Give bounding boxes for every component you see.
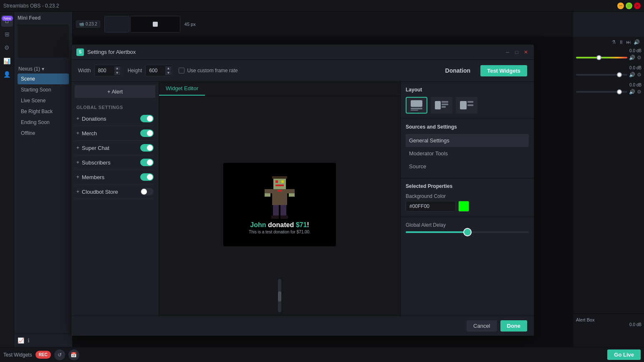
alertbox-settings-modal: S Settings for Alertbox ─ □ ✕ Width ▲ ▼ …	[71, 44, 534, 336]
modal-title-left: S Settings for Alertbox	[76, 48, 136, 56]
alert-item-donations[interactable]: + Donations	[75, 111, 155, 126]
volume-bar-2	[576, 74, 627, 76]
alert-item-super-chat[interactable]: + Super Chat	[75, 141, 155, 155]
sidebar-icon-chart[interactable]: 📊	[1, 55, 13, 67]
maximize-button[interactable]: □	[626, 3, 632, 9]
thumb-1	[104, 16, 129, 33]
scene-thumbnails	[104, 16, 180, 33]
scene-item-live-scene[interactable]: Live Scene	[18, 95, 69, 106]
add-alert-button[interactable]: + Alert	[75, 85, 155, 98]
audio-controls-1: 🔊 ⚙	[576, 55, 641, 61]
volume-icon[interactable]: 🔊	[634, 39, 640, 45]
tab-widget-editor[interactable]: Widget Editor	[159, 82, 205, 96]
source-item-source[interactable]: Source	[406, 160, 529, 173]
width-down-arrow[interactable]: ▼	[114, 71, 120, 75]
volume-thumb-2[interactable]	[617, 72, 622, 77]
members-toggle[interactable]	[140, 173, 154, 181]
modal-maximize-button[interactable]: □	[514, 49, 520, 55]
sources-title: Sources and Settings	[406, 124, 529, 130]
width-arrows: ▲ ▼	[114, 66, 120, 75]
pause-icon[interactable]: ⏸	[619, 39, 624, 45]
sidebar-icon-scenes[interactable]: ⊞	[1, 28, 13, 40]
alert-item-cloudbot-store[interactable]: + Cloudbot Store	[75, 185, 155, 199]
donation-exclaim: !	[307, 221, 309, 228]
custom-frame-checkbox[interactable]	[179, 68, 184, 73]
settings-icon-2[interactable]: ⚙	[637, 72, 641, 78]
scene-item-starting-soon[interactable]: Starting Soon	[18, 84, 69, 95]
volume-thumb-1[interactable]	[596, 55, 601, 60]
left-panel: + Alert Global Settings + Donations + Me…	[71, 82, 159, 316]
volume-thumb-3[interactable]	[617, 89, 622, 94]
cancel-button[interactable]: Cancel	[467, 320, 497, 332]
audio-db-3: 0.0 dB	[576, 83, 641, 87]
svg-rect-19	[442, 101, 448, 103]
scene-item-scene[interactable]: Scene	[18, 73, 69, 84]
svg-rect-1	[272, 176, 287, 179]
nexus-header[interactable]: Nexus (1) ▾	[18, 64, 69, 73]
scrollbar[interactable]	[278, 279, 281, 312]
layout-option-image-text-below[interactable]	[406, 97, 427, 114]
source-item-general-settings[interactable]: General Settings	[406, 134, 529, 147]
alert-box-db: 0.0 dB	[576, 322, 641, 327]
height-up-arrow[interactable]: ▲	[165, 66, 171, 71]
super-chat-toggle[interactable]	[140, 144, 154, 152]
px-label: 45 px	[184, 22, 196, 27]
go-live-button[interactable]: Go Live	[607, 349, 641, 360]
obs-label: 📹 0.23.2	[76, 20, 100, 28]
mute-icon-3[interactable]: 🔊	[629, 89, 635, 95]
cloudbot-toggle[interactable]	[140, 188, 154, 195]
delay-slider-thumb[interactable]	[463, 228, 472, 236]
width-up-arrow[interactable]: ▲	[114, 66, 120, 71]
settings-icon-1[interactable]: ⚙	[637, 55, 641, 61]
layout-icon-2	[434, 99, 449, 111]
settings-icon-3[interactable]: ⚙	[637, 89, 641, 95]
layout-option-text-side[interactable]	[431, 97, 452, 114]
scene-item-offline[interactable]: Offline	[18, 128, 69, 139]
filter-icon[interactable]: ⚗	[611, 39, 616, 45]
modal-close-button[interactable]: ✕	[523, 49, 529, 55]
alert-item-members[interactable]: + Members	[75, 170, 155, 185]
alert-item-subscribers[interactable]: + Subscribers	[75, 155, 155, 170]
svg-rect-6	[265, 189, 272, 193]
minimize-button[interactable]: ─	[617, 3, 624, 9]
mute-icon-1[interactable]: 🔊	[629, 55, 635, 61]
svg-rect-11	[280, 205, 286, 217]
mute-icon-2[interactable]: 🔊	[629, 72, 635, 78]
done-button[interactable]: Done	[500, 320, 528, 332]
test-widgets-bottom-label[interactable]: Test Widgets	[3, 352, 32, 358]
layout-icon-1	[409, 99, 424, 111]
subscribers-plus-icon: +	[76, 159, 79, 165]
calendar-button[interactable]: 📅	[68, 349, 79, 360]
width-field-group: Width ▲ ▼	[78, 65, 121, 76]
scene-item-ending-soon[interactable]: Ending Soon	[18, 117, 69, 128]
layout-option-image-only[interactable]	[456, 97, 477, 114]
source-item-moderator-tools[interactable]: Moderator Tools	[406, 147, 529, 160]
thumb-marker	[153, 22, 158, 27]
color-swatch[interactable]	[458, 201, 469, 212]
rec-button[interactable]: REC	[35, 351, 51, 359]
history-button[interactable]: ↺	[54, 349, 65, 360]
svg-rect-16	[411, 108, 422, 109]
test-widgets-button[interactable]: Test Widgets	[480, 65, 527, 76]
skip-icon[interactable]: ⏭	[626, 39, 631, 45]
audio-row-2: 0.0 dB 🔊 ⚙	[576, 66, 641, 78]
subscribers-label: Subscribers	[82, 159, 140, 166]
alert-item-merch[interactable]: + Merch	[75, 126, 155, 141]
donations-toggle[interactable]	[140, 115, 154, 122]
donation-alert-text: John donated $71!	[250, 221, 309, 229]
svg-rect-2	[275, 180, 278, 183]
height-down-arrow[interactable]: ▼	[165, 71, 171, 75]
preview-bar: 📹 0.23.2 45 px	[73, 12, 573, 37]
color-text-field[interactable]	[406, 201, 456, 212]
info-icon[interactable]: ℹ	[28, 337, 30, 344]
sidebar-icon-settings[interactable]: ⚙	[1, 42, 13, 53]
scene-item-be-right-back[interactable]: Be Right Back	[18, 106, 69, 117]
svg-rect-3	[281, 180, 284, 183]
close-button[interactable]: ✕	[634, 3, 641, 9]
window-controls: ─ □ ✕	[617, 3, 641, 9]
modal-minimize-button[interactable]: ─	[505, 49, 510, 55]
subscribers-toggle[interactable]	[140, 159, 154, 166]
chart-icon[interactable]: 📈	[18, 337, 24, 344]
merch-toggle[interactable]	[140, 129, 154, 137]
sidebar-icon-user[interactable]: 👤	[1, 68, 13, 80]
